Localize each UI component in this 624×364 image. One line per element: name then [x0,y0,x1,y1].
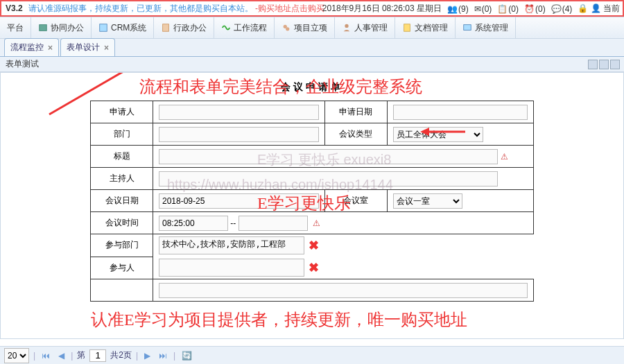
purchase-link[interactable]: -购买地址点击购买 [255,3,324,13]
dept-input[interactable] [159,127,319,142]
menu-platform[interactable]: 平台 [0,17,31,38]
badge-mail[interactable]: ✉(0) [474,4,492,14]
tab-form-design[interactable]: 表单设计× [60,38,115,56]
svg-rect-7 [464,25,471,31]
close-icon[interactable]: × [104,43,109,53]
menu-docs[interactable]: 文档管理 [395,17,456,38]
lbl-applicant: 申请人 [91,101,153,123]
min-icon[interactable] [588,60,598,69]
delete-icon[interactable]: ✖ [309,238,319,253]
apply-date-input[interactable] [393,105,528,120]
lbl-apply-date: 申请日期 [324,101,387,123]
lbl-room: 会议室 [324,190,387,212]
lbl-depts: 参与部门 [91,234,153,257]
host-input[interactable] [159,171,498,187]
notice-text: 请认准源码报事，持续更新，已更新，其他都是购买自本站。 -购买地址点击购买 [28,3,324,15]
tab-bar: 流程监控× 表单设计× [0,39,624,57]
warn-icon: ⚠ [501,152,508,162]
first-page-button[interactable]: ⏮ [40,351,52,361]
main-menu: 平台 协同办公 CRM系统 行政办公 工作流程 项目立项 人事管理 文档管理 系… [0,17,624,39]
menu-admin[interactable]: 行政办公 [154,17,214,38]
panel-header: 表单测试 [0,57,624,72]
title-input[interactable] [159,149,498,164]
max-icon[interactable] [599,60,609,69]
svg-rect-6 [404,24,410,32]
warn-icon: ⚠ [313,218,320,228]
last-page-button[interactable]: ⏭ [157,351,169,361]
participants-textarea[interactable] [159,259,304,277]
time-start-input[interactable] [159,216,228,231]
form-canvas: 会议申请单 申请人 申请日期 部门 会议类型 员工全体大会 标题 ⚠ 主持人 会… [0,72,624,339]
badge-clipboard[interactable]: 📋(0) [497,4,519,14]
svg-point-5 [345,24,349,28]
badge-clock[interactable]: ⏰(0) [524,4,546,14]
tab-process-monitor[interactable]: 流程监控× [4,38,59,56]
badge-chat[interactable]: 💬(4) [551,4,573,14]
svg-rect-1 [100,24,107,32]
annotation-3: 认准E学习为项目提供者，持续更新，唯一购买地址 [91,309,467,331]
time-end-input[interactable] [239,216,308,231]
depts-textarea[interactable]: 技术中心,技术部,安防部,工程部 [159,236,304,254]
menu-collab[interactable]: 协同办公 [31,17,92,38]
meeting-form: 申请人 申请日期 部门 会议类型 员工全体大会 标题 ⚠ 主持人 会议日期 会议… [90,101,534,302]
next-page-button[interactable]: ▶ [142,351,153,361]
svg-rect-0 [40,25,47,31]
lbl-title: 标题 [91,146,153,168]
prev-page-button[interactable]: ◀ [56,351,67,361]
extra-input[interactable] [159,283,528,298]
lbl-host: 主持人 [91,168,153,190]
pagesize-select[interactable]: 20 [4,348,29,363]
delete-icon[interactable]: ✖ [309,260,319,275]
applicant-input[interactable] [159,105,319,120]
version-label: V3.2 [6,3,23,13]
svg-rect-2 [163,24,169,32]
meeting-type-select[interactable]: 员工全体大会 [393,127,483,142]
pager: 20 | ⏮ ◀ | 第 共2页 | ▶ ⏭ | 🔄 [0,346,624,364]
lbl-meeting-type: 会议类型 [324,123,387,146]
close-icon[interactable]: × [48,43,53,53]
menu-hr[interactable]: 人事管理 [335,17,395,38]
lbl-dept: 部门 [91,123,153,146]
menu-crm[interactable]: CRM系统 [92,17,154,38]
menu-project[interactable]: 项目立项 [275,17,335,38]
room-select[interactable]: 会议一室 [393,193,462,209]
lbl-meeting-time: 会议时间 [91,212,153,234]
lbl-meeting-date: 会议日期 [91,190,153,212]
lbl-participants: 参与人 [91,257,153,279]
menu-workflow[interactable]: 工作流程 [214,17,275,38]
refresh-button[interactable]: 🔄 [180,351,194,361]
form-title: 会议申请单 [1,81,623,94]
arrow-2 [167,72,202,73]
menu-system[interactable]: 系统管理 [456,17,516,38]
meeting-date-input[interactable] [159,193,319,209]
badge-users[interactable]: 👥(9) [447,4,469,14]
svg-point-4 [286,27,289,31]
page-input[interactable] [89,349,106,362]
top-status: 2018年9月16日 08:26:03 星期日 👥(9) ✉(0) 📋(0) ⏰… [322,3,620,15]
close-icon[interactable] [610,60,620,69]
